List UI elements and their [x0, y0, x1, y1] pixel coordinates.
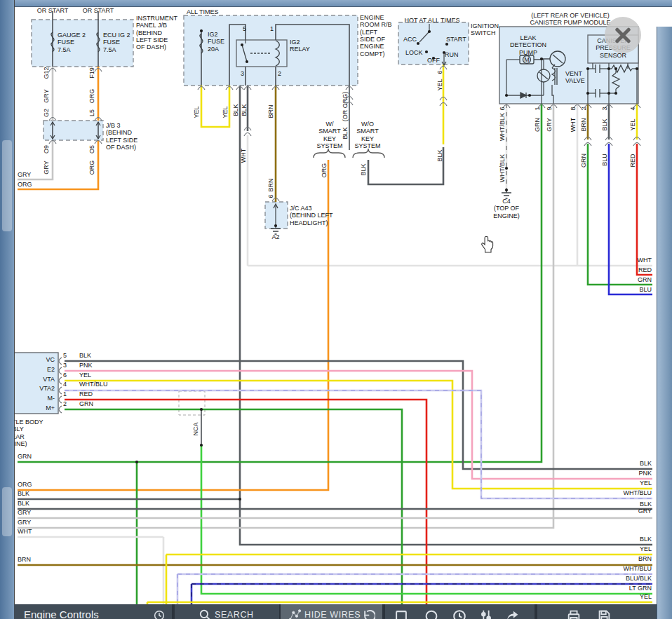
- diagram-label: WHT: [638, 257, 652, 264]
- brace: [353, 149, 384, 158]
- diagram-label: YEL: [436, 79, 443, 90]
- diagram-label: 6: [499, 107, 506, 110]
- print-icon[interactable]: [566, 608, 582, 619]
- diagram-label: ORG: [88, 161, 95, 175]
- diagram-label: WHT/BLU: [624, 565, 652, 572]
- window-top-edge: [0, 0, 672, 7]
- diagram-label: GRY: [18, 519, 31, 526]
- diagram-label: BRN: [267, 104, 274, 118]
- diagram-label: BLK: [640, 460, 652, 467]
- share-icon[interactable]: [505, 608, 520, 619]
- hand-cursor: [479, 236, 496, 254]
- diagram-label: M-: [48, 395, 55, 402]
- diagram-label: ACC: [403, 36, 417, 43]
- diagram-label: 3: [601, 107, 608, 110]
- save-icon[interactable]: [596, 608, 612, 619]
- sliders-icon[interactable]: [478, 608, 494, 619]
- hide-wires-label[interactable]: HIDE WIRES: [304, 610, 361, 619]
- diagram-label: A2: [271, 233, 279, 240]
- diagram-label: IG2 RELAY: [290, 39, 310, 53]
- diagram-label: 1: [63, 390, 67, 397]
- diagram-label: 2: [580, 107, 587, 110]
- diagram-label: RED: [629, 154, 636, 167]
- diagram-label: BLK: [18, 500, 29, 507]
- diagram-label: YEL: [79, 372, 91, 379]
- diagram-label: WHT: [570, 118, 577, 132]
- diagram-label: RED: [79, 390, 93, 397]
- diagram-label: LT GRN: [629, 585, 652, 592]
- diagram-label: E2: [47, 366, 55, 373]
- diagram-label: BRN: [638, 555, 652, 562]
- diagram-label: GRN: [580, 154, 587, 168]
- diagram-label: WHT/BLU: [624, 489, 652, 496]
- diagram-label: 6: [63, 372, 67, 379]
- select-rect-icon[interactable]: [394, 608, 409, 619]
- diagram-label: GAUGE 2 FUSE 7.5A: [58, 32, 86, 53]
- diagram-label: W/ SMART KEY SYSTEM: [316, 121, 342, 149]
- diagram-label: F19: [88, 67, 95, 79]
- background-artifact: [2, 140, 12, 231]
- diagram-label: L5: [88, 109, 95, 116]
- diagram-label: 5: [243, 25, 246, 32]
- undo-icon[interactable]: [361, 608, 375, 619]
- background-artifact: [2, 487, 12, 536]
- diagram-label: VENT VALVE: [565, 70, 585, 85]
- brace: [314, 149, 345, 158]
- diagram-label: 8: [570, 107, 577, 110]
- diagram-label: 5: [63, 352, 67, 359]
- diagram-label: BLK: [436, 149, 443, 161]
- search-label[interactable]: SEARCH: [215, 610, 254, 619]
- diagram-label: YEL: [640, 593, 652, 600]
- diagram-label: HOT AT ALL TIMES: [404, 17, 459, 24]
- diagram-title: Engine Controls: [24, 608, 99, 619]
- app-window: { "toolbar": {"title": "Engine Controls"…: [0, 0, 672, 619]
- diagram-label: BRN: [18, 556, 31, 563]
- diagram-label: 2: [63, 400, 67, 407]
- wiring-diagram-canvas[interactable]: [0, 0, 672, 619]
- diagram-label: BLU: [639, 286, 652, 293]
- diagram-label: ECU IG 2 FUSE 7.5A: [103, 32, 130, 53]
- close-button[interactable]: [605, 17, 641, 53]
- diagram-label: BLK: [18, 490, 29, 497]
- diagram-label: WHT/BLU: [79, 381, 108, 388]
- diagram-label: BLK: [79, 352, 91, 359]
- wires-icon[interactable]: [288, 608, 302, 619]
- diagram-label: 6: [267, 194, 274, 198]
- history-clock-icon[interactable]: [153, 609, 166, 619]
- diagram-label: G12: [43, 67, 50, 79]
- diagram-label: LEAK DETECTION PUMP: [510, 34, 546, 56]
- diagram-label: START: [446, 36, 466, 43]
- diagram-label: PNK: [638, 470, 652, 477]
- window-right-edge[interactable]: [657, 27, 672, 619]
- diagram-label: WHT/BLK: [499, 113, 506, 141]
- diagram-label: WHT/BLK: [499, 154, 506, 182]
- diagram-label: INSTRUMENT PANEL J/B (BEHIND LEFT SIDE O…: [136, 15, 177, 51]
- diagram-label: OFF: [427, 57, 440, 64]
- diagram-label: GRY: [638, 508, 652, 515]
- diagram-label: GRY: [43, 89, 50, 102]
- diagram-label: W/O SMART KEY SYSTEM: [354, 121, 380, 149]
- diagram-label: YEL: [640, 545, 652, 552]
- diagram-label: BLU/BLK: [626, 575, 652, 582]
- diagram-label: GRY: [546, 118, 553, 131]
- diagram-label: YEL: [222, 106, 229, 118]
- diagram-label: GRY: [43, 161, 50, 174]
- select-circle-icon[interactable]: [424, 608, 439, 619]
- diagram-label: BLK: [360, 163, 367, 175]
- window-left-edge: [0, 0, 15, 619]
- diagram-label: 3: [241, 70, 244, 77]
- diagram-label: J/C A43 (BEHIND LEFT HEADLIGHT): [290, 205, 333, 226]
- diagram-label: 4: [629, 107, 636, 110]
- diagram-label: OR START: [37, 7, 69, 14]
- diagram-label: 1: [270, 25, 274, 32]
- diagram-label: 4: [63, 381, 67, 388]
- diagram-label: BLK: [241, 104, 248, 116]
- diagram-label: GRN: [638, 276, 652, 283]
- search-icon[interactable]: [199, 608, 212, 619]
- diagram-label: IGNITION SWITCH: [471, 22, 499, 37]
- clock-icon[interactable]: [452, 608, 467, 619]
- diagram-label: (OR ORG): [342, 92, 349, 122]
- diagram-label: ORG: [88, 89, 95, 104]
- diagram-label: IG2 FUSE 20A: [208, 31, 224, 53]
- diagram-label: NCA: [192, 422, 199, 435]
